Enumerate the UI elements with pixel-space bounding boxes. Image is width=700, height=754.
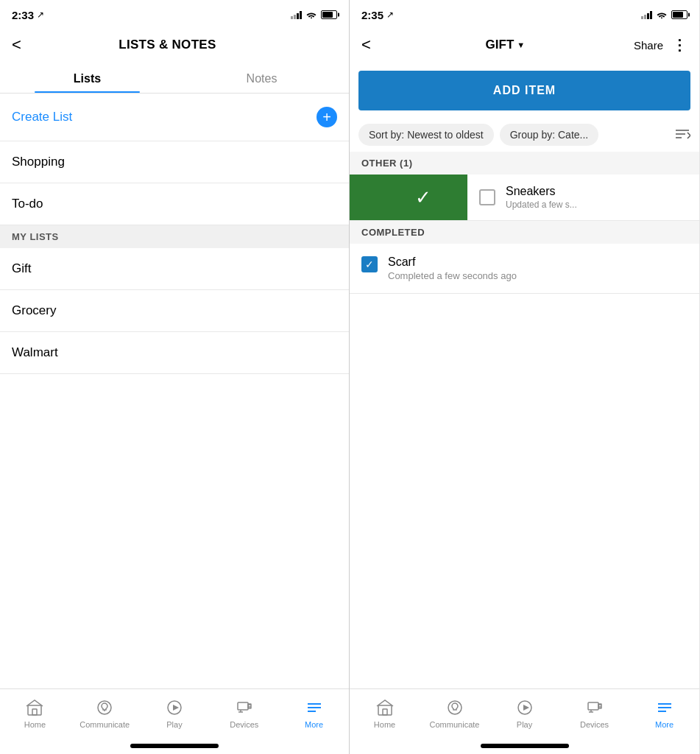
svg-rect-19	[383, 709, 387, 715]
nav-more-label-left: More	[305, 720, 323, 729]
nav-communicate-left[interactable]: Communicate	[70, 695, 140, 729]
gift-title-text: GIFT	[486, 38, 515, 52]
status-bar-left: 2:33 ↗	[0, 0, 349, 27]
nav-devices-left[interactable]: Devices	[209, 695, 279, 729]
nav-communicate-right[interactable]: Communicate	[420, 695, 489, 729]
more-menu-button[interactable]: ⋮	[672, 36, 687, 54]
other-section-header: OTHER (1)	[350, 152, 699, 175]
nav-devices-right[interactable]: Devices	[559, 695, 629, 729]
my-lists-section-header: MY LISTS	[0, 225, 349, 248]
wifi-icon-left	[305, 10, 317, 21]
screen-right: 2:35 ↗ < GIFT ▼ S	[350, 0, 699, 754]
list-item-shopping[interactable]: Shopping	[0, 141, 349, 183]
scarf-item-row[interactable]: ✓ Scarf Completed a few seconds ago	[350, 244, 699, 294]
status-time-right: 2:35	[361, 9, 383, 21]
share-button[interactable]: Share	[634, 39, 663, 52]
status-bar-right: 2:35 ↗	[350, 0, 699, 27]
create-list-button[interactable]: +	[317, 107, 337, 127]
sneakers-meta: Updated a few s...	[506, 200, 699, 210]
nav-communicate-label-left: Communicate	[79, 720, 130, 729]
create-list-row: Create List +	[0, 94, 349, 141]
home-icon-left	[26, 698, 43, 717]
nav-devices-label-left: Devices	[230, 720, 258, 729]
svg-marker-22	[523, 705, 529, 711]
scarf-meta: Completed a few seconds ago	[388, 270, 517, 281]
scarf-check-icon: ✓	[365, 258, 374, 270]
battery-icon-right	[671, 10, 687, 19]
svg-rect-1	[32, 709, 37, 715]
home-indicator-left	[130, 744, 219, 748]
scarf-checkbox[interactable]: ✓	[361, 256, 378, 272]
tab-lists[interactable]: Lists	[0, 63, 174, 93]
svg-rect-6	[238, 702, 248, 710]
screen-left: 2:33 ↗ < LISTS & NOTES List	[0, 0, 350, 754]
status-icons-right	[641, 10, 687, 21]
gift-title: GIFT ▼	[486, 38, 526, 52]
svg-rect-18	[378, 705, 392, 715]
home-indicator-right	[481, 744, 569, 748]
play-icon-right	[516, 698, 534, 717]
sneakers-checkbox[interactable]	[479, 189, 495, 205]
bottom-nav-right: Home Communicate Play	[350, 688, 699, 744]
header-left: < LISTS & NOTES	[0, 27, 349, 63]
nav-play-label-right: Play	[517, 720, 532, 729]
sneakers-item-row[interactable]: Sneakers Updated a few s...	[467, 175, 699, 220]
completed-section-header: COMPLETED	[350, 221, 699, 244]
list-item-walmart[interactable]: Walmart	[0, 332, 349, 374]
nav-play-left[interactable]: Play	[140, 695, 210, 729]
wifi-icon-right	[656, 10, 668, 21]
back-button-left[interactable]: <	[12, 32, 27, 57]
signal-bars-right	[641, 10, 652, 19]
filter-row: Sort by: Newest to oldest Group by: Cate…	[350, 118, 699, 152]
nav-more-label-right: More	[655, 720, 674, 729]
sneakers-name: Sneakers	[506, 185, 699, 198]
more-icon-right	[656, 698, 674, 717]
sort-filter-chip[interactable]: Sort by: Newest to oldest	[358, 124, 494, 146]
tabs-left: Lists Notes	[0, 63, 349, 94]
group-filter-chip[interactable]: Group by: Cate...	[500, 124, 599, 146]
scarf-name: Scarf	[388, 256, 517, 269]
svg-rect-0	[28, 705, 41, 715]
nav-devices-label-right: Devices	[580, 720, 609, 729]
sneakers-info: Sneakers Updated a few s...	[506, 185, 699, 210]
list-item-todo[interactable]: To-do	[0, 183, 349, 225]
battery-icon-left	[321, 10, 337, 19]
devices-icon-right	[586, 698, 604, 717]
svg-rect-23	[588, 702, 598, 710]
communicate-icon-right	[446, 698, 464, 717]
dropdown-arrow-icon[interactable]: ▼	[517, 40, 525, 49]
swipe-check-icon: ✓	[415, 186, 431, 209]
status-icons-left	[291, 10, 337, 21]
sneakers-item-container: ✓ Sneakers Updated a few s...	[350, 175, 699, 221]
status-time-left: 2:33	[12, 9, 34, 21]
back-button-right[interactable]: <	[361, 32, 377, 57]
home-icon-right	[376, 698, 394, 717]
signal-bars-left	[291, 10, 302, 19]
nav-home-label-right: Home	[374, 720, 395, 729]
scarf-info: Scarf Completed a few seconds ago	[388, 256, 517, 281]
screens-container: 2:33 ↗ < LISTS & NOTES List	[0, 0, 700, 754]
nav-play-label-left: Play	[166, 720, 182, 729]
svg-marker-5	[173, 705, 179, 711]
location-icon-left: ↗	[37, 10, 44, 20]
tab-notes[interactable]: Notes	[174, 63, 349, 93]
nav-home-right[interactable]: Home	[350, 695, 420, 729]
sort-order-icon[interactable]	[674, 127, 690, 143]
devices-icon-left	[236, 698, 253, 717]
list-item-grocery[interactable]: Grocery	[0, 290, 349, 332]
nav-communicate-label-right: Communicate	[430, 720, 480, 729]
nav-home-left[interactable]: Home	[0, 695, 70, 729]
add-item-button[interactable]: ADD ITEM	[358, 71, 690, 110]
nav-home-label-left: Home	[24, 720, 46, 729]
nav-more-left[interactable]: More	[279, 695, 349, 729]
nav-more-right[interactable]: More	[629, 695, 699, 729]
create-list-label[interactable]: Create List	[12, 110, 72, 124]
more-icon-left	[305, 698, 323, 717]
location-icon-right: ↗	[386, 10, 394, 20]
header-actions-right: Share ⋮	[634, 36, 687, 54]
header-right: < GIFT ▼ Share ⋮	[350, 27, 699, 63]
nav-play-right[interactable]: Play	[489, 695, 559, 729]
page-title-left: LISTS & NOTES	[119, 38, 216, 52]
bottom-nav-left: Home Communicate	[0, 688, 349, 744]
list-item-gift[interactable]: Gift	[0, 248, 349, 290]
